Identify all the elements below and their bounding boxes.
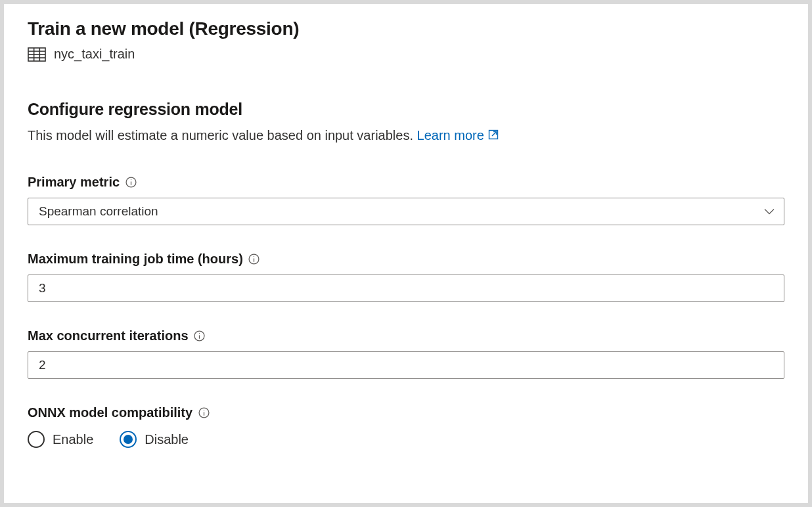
svg-point-13 bbox=[254, 256, 254, 257]
section-description: This model will estimate a numeric value… bbox=[28, 128, 784, 143]
onnx-enable-radio[interactable]: Enable bbox=[28, 431, 93, 448]
svg-point-16 bbox=[199, 333, 200, 334]
page-title: Train a new model (Regression) bbox=[28, 17, 784, 40]
info-icon[interactable] bbox=[198, 407, 210, 419]
radio-button-icon bbox=[28, 431, 45, 448]
max-concurrent-iterations-input[interactable] bbox=[28, 351, 784, 379]
svg-point-19 bbox=[204, 410, 204, 410]
section-heading: Configure regression model bbox=[28, 100, 784, 119]
dataset-row: nyc_taxi_train bbox=[28, 47, 784, 62]
onnx-compat-label: ONNX model compatibility bbox=[28, 405, 784, 420]
learn-more-link[interactable]: Learn more bbox=[417, 128, 499, 143]
learn-more-label: Learn more bbox=[417, 128, 484, 143]
section-description-text: This model will estimate a numeric value… bbox=[28, 128, 417, 143]
primary-metric-block: Primary metric Spearman correlation bbox=[28, 175, 784, 225]
max-training-time-block: Maximum training job time (hours) bbox=[28, 252, 784, 302]
svg-line-7 bbox=[492, 132, 497, 137]
max-concurrent-iterations-block: Max concurrent iterations bbox=[28, 328, 784, 379]
dataset-name: nyc_taxi_train bbox=[54, 47, 135, 62]
onnx-compat-radio-group: Enable Disable bbox=[28, 431, 784, 448]
primary-metric-label: Primary metric bbox=[28, 175, 784, 190]
max-training-time-input[interactable] bbox=[28, 275, 784, 302]
svg-point-10 bbox=[130, 179, 131, 180]
max-training-time-label: Maximum training job time (hours) bbox=[28, 252, 784, 267]
onnx-enable-label: Enable bbox=[53, 432, 93, 447]
info-icon[interactable] bbox=[194, 330, 206, 342]
onnx-compat-block: ONNX model compatibility Enable Disable bbox=[28, 405, 784, 448]
train-model-form: Train a new model (Regression) nyc_taxi_… bbox=[4, 4, 808, 503]
info-icon[interactable] bbox=[125, 177, 137, 188]
info-icon[interactable] bbox=[248, 254, 260, 265]
max-concurrent-iterations-label-text: Max concurrent iterations bbox=[28, 328, 189, 343]
max-training-time-label-text: Maximum training job time (hours) bbox=[28, 252, 243, 267]
primary-metric-value: Spearman correlation bbox=[28, 204, 764, 219]
table-icon bbox=[28, 47, 46, 62]
max-concurrent-iterations-label: Max concurrent iterations bbox=[28, 328, 784, 343]
external-link-icon bbox=[488, 128, 499, 143]
primary-metric-label-text: Primary metric bbox=[28, 175, 120, 190]
radio-button-selected-icon bbox=[120, 431, 137, 448]
onnx-disable-label: Disable bbox=[145, 432, 189, 447]
onnx-disable-radio[interactable]: Disable bbox=[120, 431, 189, 448]
onnx-compat-label-text: ONNX model compatibility bbox=[28, 405, 192, 420]
chevron-down-icon bbox=[764, 208, 784, 215]
primary-metric-select[interactable]: Spearman correlation bbox=[28, 198, 784, 225]
